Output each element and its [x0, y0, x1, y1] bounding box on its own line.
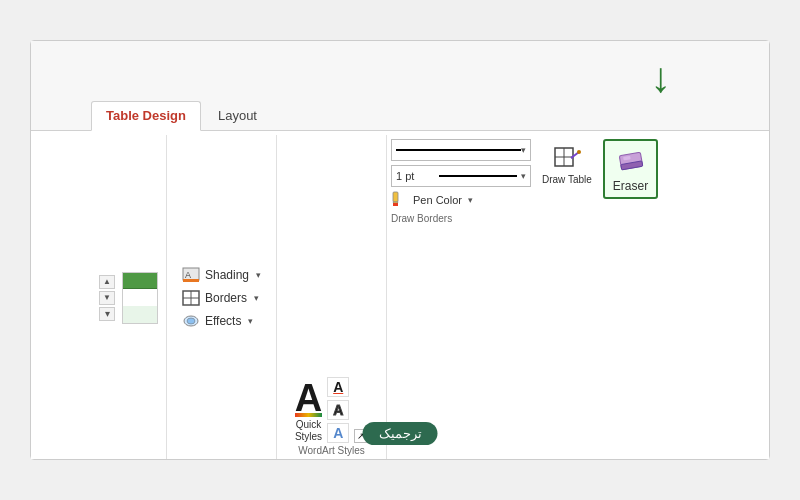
- watermark: ترجمیک: [363, 422, 438, 445]
- down-arrow-indicator: ↓: [650, 57, 671, 99]
- shading-icon: A: [182, 267, 200, 283]
- svg-point-7: [187, 318, 195, 324]
- text-effects-btn[interactable]: A: [327, 423, 349, 443]
- line-width-select[interactable]: 1 pt ▾: [391, 165, 531, 187]
- style-expand-btn[interactable]: ▾: [99, 307, 115, 321]
- svg-rect-8: [393, 192, 398, 202]
- svg-rect-2: [183, 279, 199, 282]
- shading-dropdown-arrow: ▾: [256, 270, 261, 280]
- pen-color-btn[interactable]: Pen Color ▾: [391, 191, 531, 209]
- eraser-btn[interactable]: Eraser: [603, 139, 658, 199]
- borders-dropdown-arrow: ▾: [254, 293, 259, 303]
- shading-btn[interactable]: A Shading ▾: [180, 266, 263, 284]
- table-style-preview: [122, 272, 158, 324]
- draw-table-label: Draw Table: [542, 174, 592, 186]
- shading-label: Shading: [205, 268, 249, 282]
- watermark-text: ترجمیک: [379, 426, 422, 441]
- style-down-btn[interactable]: ▼: [99, 291, 115, 305]
- wordart-group-label: WordArt Styles: [283, 445, 380, 459]
- draw-table-icon: [553, 146, 581, 174]
- line-width-value: 1 pt: [396, 170, 435, 182]
- wordart-small-btns: A A A: [327, 377, 349, 443]
- svg-point-16: [577, 150, 581, 154]
- line-width-dropdown-arrow: ▾: [521, 171, 526, 181]
- tab-layout[interactable]: Layout: [203, 101, 272, 130]
- table-style-arrows: ▲ ▼ ▾: [99, 275, 115, 321]
- main-window: ↓ Table Design Layout ▲ ▼ ▾: [30, 40, 770, 460]
- effects-icon: [182, 313, 200, 329]
- line-style-select[interactable]: ▾: [391, 139, 531, 161]
- eraser-icon: [615, 145, 647, 177]
- effects-btn[interactable]: Effects ▾: [180, 312, 255, 330]
- sbe-group-label: [173, 456, 270, 459]
- ribbon: ▲ ▼ ▾ A: [31, 131, 769, 459]
- draw-borders-group: ▾ 1 pt ▾ Pen: [387, 135, 662, 459]
- tab-table-design[interactable]: Table Design: [91, 101, 201, 131]
- quick-styles-btn[interactable]: A QuickStyles: [295, 379, 322, 443]
- table-styles-label: [99, 456, 158, 459]
- wordart-styles-group: A QuickStyles A A A ↗ WordArt Styles: [277, 135, 387, 459]
- effects-label: Effects: [205, 314, 241, 328]
- pen-color-label: Pen Color: [413, 194, 462, 206]
- draw-borders-label: Draw Borders: [391, 213, 531, 227]
- borders-label: Borders: [205, 291, 247, 305]
- line-style-dropdown-arrow: ▾: [521, 145, 526, 155]
- pen-color-dropdown-arrow: ▾: [468, 195, 473, 205]
- pen-icon: [391, 191, 409, 209]
- text-fill-btn[interactable]: A: [327, 377, 349, 397]
- shading-borders-effects-group: A Shading ▾: [167, 135, 277, 459]
- effects-dropdown-arrow: ▾: [248, 316, 253, 326]
- style-up-btn[interactable]: ▲: [99, 275, 115, 289]
- svg-text:A: A: [185, 270, 191, 280]
- table-styles-group: ▲ ▼ ▾: [91, 135, 167, 459]
- borders-icon: [182, 290, 200, 306]
- svg-rect-10: [393, 203, 398, 206]
- borders-btn[interactable]: Borders ▾: [180, 289, 261, 307]
- text-outline-btn[interactable]: A: [327, 400, 349, 420]
- eraser-label: Eraser: [613, 179, 648, 193]
- draw-table-btn[interactable]: Draw Table: [537, 143, 597, 189]
